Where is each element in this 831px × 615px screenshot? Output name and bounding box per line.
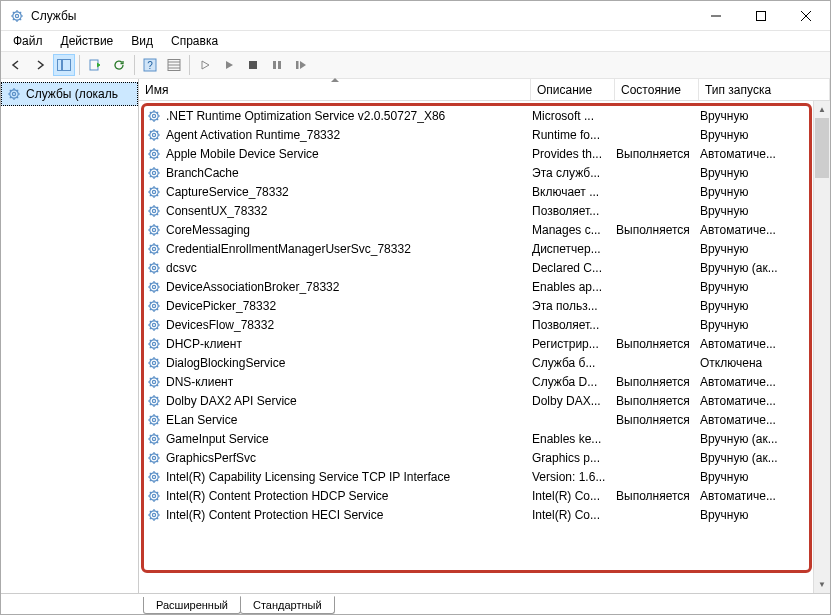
menubar: Файл Действие Вид Справка <box>1 31 830 51</box>
scroll-thumb[interactable] <box>815 118 829 178</box>
service-name: DNS-клиент <box>166 375 532 389</box>
service-description: Эта польз... <box>532 299 616 313</box>
service-startup: Вручную <box>700 166 809 180</box>
service-row[interactable]: Agent Activation Runtime_78332Runtime fo… <box>144 125 809 144</box>
column-header-description[interactable]: Описание <box>531 79 615 100</box>
service-name: GameInput Service <box>166 432 532 446</box>
service-state: Выполняется <box>616 413 700 427</box>
menu-help[interactable]: Справка <box>163 32 226 50</box>
minimize-button[interactable] <box>693 2 738 30</box>
svg-rect-3 <box>58 60 62 71</box>
gear-icon <box>146 412 162 428</box>
service-row[interactable]: Apple Mobile Device ServiceProvides th..… <box>144 144 809 163</box>
svg-rect-4 <box>63 60 71 71</box>
back-button[interactable] <box>5 54 27 76</box>
gear-icon <box>146 488 162 504</box>
service-startup: Вручную <box>700 508 809 522</box>
titlebar: Службы <box>1 1 830 31</box>
service-row[interactable]: Intel(R) Content Protection HECI Service… <box>144 505 809 524</box>
service-description: Version: 1.6... <box>532 470 616 484</box>
service-row[interactable]: DeviceAssociationBroker_78332Enables ap.… <box>144 277 809 296</box>
close-button[interactable] <box>783 2 828 30</box>
gear-icon <box>146 260 162 276</box>
gear-icon <box>6 86 22 102</box>
gear-icon <box>146 165 162 181</box>
pause-service-button[interactable] <box>266 54 288 76</box>
tree-root-services[interactable]: Службы (локаль <box>1 82 138 106</box>
service-name: GraphicsPerfSvc <box>166 451 532 465</box>
service-name: Intel(R) Content Protection HECI Service <box>166 508 532 522</box>
service-startup: Вручную (ак... <box>700 261 809 275</box>
properties-button[interactable] <box>163 54 185 76</box>
vertical-scrollbar[interactable]: ▲ ▼ <box>813 101 830 593</box>
service-startup: Автоматиче... <box>700 375 809 389</box>
service-name: Intel(R) Content Protection HDCP Service <box>166 489 532 503</box>
service-row[interactable]: BranchCacheЭта служб...Вручную <box>144 163 809 182</box>
service-row[interactable]: ELan ServiceВыполняетсяАвтоматиче... <box>144 410 809 429</box>
svg-rect-15 <box>296 61 299 69</box>
service-startup: Вручную <box>700 318 809 332</box>
list-header: Имя Описание Состояние Тип запуска <box>139 79 830 101</box>
stop-service-button[interactable] <box>242 54 264 76</box>
service-startup: Вручную (ак... <box>700 451 809 465</box>
service-startup: Вручную <box>700 299 809 313</box>
gear-icon <box>146 374 162 390</box>
tab-extended[interactable]: Расширенный <box>143 597 241 614</box>
refresh-button[interactable] <box>108 54 130 76</box>
services-list[interactable]: .NET Runtime Optimization Service v2.0.5… <box>141 103 812 573</box>
service-row[interactable]: GraphicsPerfSvcGraphics p...Вручную (ак.… <box>144 448 809 467</box>
service-state: Выполняется <box>616 375 700 389</box>
column-header-state[interactable]: Состояние <box>615 79 699 100</box>
service-description: Intel(R) Co... <box>532 508 616 522</box>
service-row[interactable]: CredentialEnrollmentManagerUserSvc_78332… <box>144 239 809 258</box>
service-description: Declared C... <box>532 261 616 275</box>
service-description: Служба D... <box>532 375 616 389</box>
column-header-startup[interactable]: Тип запуска <box>699 79 830 100</box>
service-row[interactable]: Intel(R) Capability Licensing Service TC… <box>144 467 809 486</box>
scroll-down-arrow-icon[interactable]: ▼ <box>814 576 830 593</box>
gear-icon <box>146 222 162 238</box>
service-row[interactable]: DHCP-клиентРегистрир...ВыполняетсяАвтома… <box>144 334 809 353</box>
start-service-solid-button[interactable] <box>218 54 240 76</box>
restart-service-button[interactable] <box>290 54 312 76</box>
gear-icon <box>146 336 162 352</box>
maximize-button[interactable] <box>738 2 783 30</box>
service-row[interactable]: Dolby DAX2 API ServiceDolby DAX...Выполн… <box>144 391 809 410</box>
service-row[interactable]: CaptureService_78332Включает ...Вручную <box>144 182 809 201</box>
service-row[interactable]: DNS-клиентСлужба D...ВыполняетсяАвтомати… <box>144 372 809 391</box>
service-description: Служба б... <box>532 356 616 370</box>
service-description: Включает ... <box>532 185 616 199</box>
service-row[interactable]: DevicePicker_78332Эта польз...Вручную <box>144 296 809 315</box>
show-hide-tree-button[interactable] <box>53 54 75 76</box>
start-service-button[interactable] <box>194 54 216 76</box>
help-button[interactable]: ? <box>139 54 161 76</box>
toolbar: ? <box>1 51 830 79</box>
service-startup: Автоматиче... <box>700 413 809 427</box>
menu-file[interactable]: Файл <box>5 32 51 50</box>
service-name: DevicePicker_78332 <box>166 299 532 313</box>
menu-view[interactable]: Вид <box>123 32 161 50</box>
service-description: Эта служб... <box>532 166 616 180</box>
service-row[interactable]: ConsentUX_78332Позволяет...Вручную <box>144 201 809 220</box>
toolbar-separator <box>134 55 135 75</box>
export-button[interactable] <box>84 54 106 76</box>
column-header-name[interactable]: Имя <box>139 79 531 100</box>
service-row[interactable]: .NET Runtime Optimization Service v2.0.5… <box>144 106 809 125</box>
service-row[interactable]: DevicesFlow_78332Позволяет...Вручную <box>144 315 809 334</box>
service-row[interactable]: Intel(R) Content Protection HDCP Service… <box>144 486 809 505</box>
service-name: DeviceAssociationBroker_78332 <box>166 280 532 294</box>
window-title: Службы <box>31 9 693 23</box>
menu-action[interactable]: Действие <box>53 32 122 50</box>
service-name: dcsvc <box>166 261 532 275</box>
scroll-up-arrow-icon[interactable]: ▲ <box>814 101 830 118</box>
gear-icon <box>146 355 162 371</box>
tab-standard[interactable]: Стандартный <box>240 596 335 614</box>
svg-rect-13 <box>273 61 276 69</box>
service-row[interactable]: DialogBlockingServiceСлужба б...Отключен… <box>144 353 809 372</box>
service-row[interactable]: CoreMessagingManages c...ВыполняетсяАвто… <box>144 220 809 239</box>
forward-button[interactable] <box>29 54 51 76</box>
service-row[interactable]: GameInput ServiceEnables ke...Вручную (а… <box>144 429 809 448</box>
svg-text:?: ? <box>147 60 153 71</box>
service-name: Apple Mobile Device Service <box>166 147 532 161</box>
service-row[interactable]: dcsvcDeclared C...Вручную (ак... <box>144 258 809 277</box>
